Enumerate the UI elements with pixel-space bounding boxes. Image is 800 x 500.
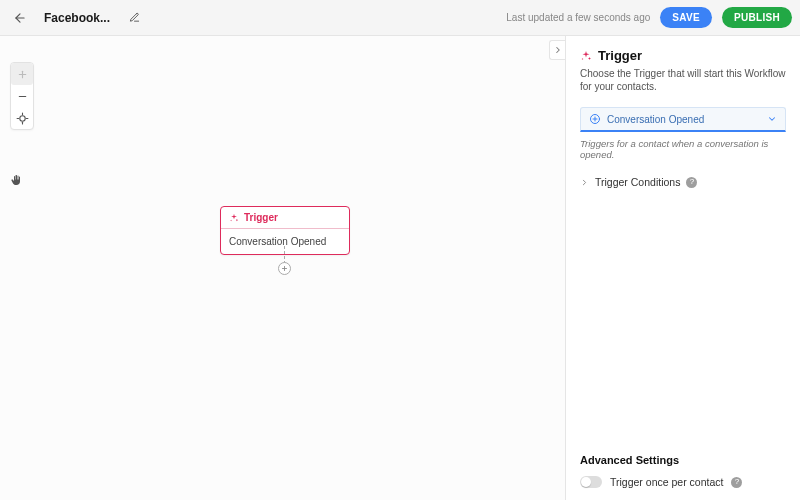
pan-button[interactable] <box>10 174 22 186</box>
header-left: Facebook... <box>8 6 506 30</box>
publish-button[interactable]: PUBLISH <box>722 7 792 28</box>
back-button[interactable] <box>8 6 32 30</box>
help-icon[interactable]: ? <box>731 477 742 488</box>
hand-icon <box>10 174 22 186</box>
zoom-in-button[interactable] <box>11 63 33 85</box>
panel-title: Trigger <box>598 48 642 63</box>
panel-title-row: Trigger <box>580 48 786 63</box>
collapse-panel-button[interactable] <box>549 40 565 60</box>
edit-title-button[interactable] <box>124 8 144 28</box>
zoom-toolbar <box>10 62 34 130</box>
pencil-icon <box>129 12 140 23</box>
fit-view-button[interactable] <box>11 107 33 129</box>
panel-description: Choose the Trigger that will start this … <box>580 67 786 93</box>
trigger-node-subtitle: Conversation Opened <box>221 229 349 254</box>
add-step-button[interactable] <box>278 262 291 275</box>
trigger-conditions-toggle[interactable]: Trigger Conditions ? <box>580 176 786 188</box>
svg-point-4 <box>19 115 24 120</box>
sparkle-icon <box>580 50 592 62</box>
plus-icon <box>17 69 28 80</box>
trigger-select[interactable]: Conversation Opened <box>580 107 786 132</box>
workflow-canvas[interactable]: Trigger Conversation Opened <box>0 36 565 500</box>
plus-icon <box>281 265 288 272</box>
chevron-right-icon <box>553 45 563 55</box>
pan-tool-wrap <box>10 174 22 186</box>
side-panel: Trigger Choose the Trigger that will sta… <box>565 36 800 500</box>
header-right: Last updated a few seconds ago SAVE PUBL… <box>506 7 792 28</box>
trigger-select-hint: Triggers for a contact when a conversati… <box>580 138 786 160</box>
trigger-once-toggle[interactable] <box>580 476 602 488</box>
trigger-node-header: Trigger <box>221 207 349 229</box>
save-button[interactable]: SAVE <box>660 7 712 28</box>
trigger-conditions-label: Trigger Conditions <box>595 176 680 188</box>
chevron-down-icon <box>767 114 777 124</box>
last-updated-text: Last updated a few seconds ago <box>506 12 650 23</box>
plus-circle-icon <box>589 113 601 125</box>
chevron-right-icon <box>580 178 589 187</box>
trigger-once-row: Trigger once per contact ? <box>580 476 786 488</box>
help-icon[interactable]: ? <box>686 177 697 188</box>
trigger-node-title: Trigger <box>244 212 278 223</box>
workflow-title: Facebook... <box>44 11 110 25</box>
app-body: Trigger Conversation Opened Trigger Choo… <box>0 36 800 500</box>
trigger-once-label: Trigger once per contact <box>610 476 723 488</box>
trigger-select-value: Conversation Opened <box>607 114 704 125</box>
crosshair-icon <box>16 112 29 125</box>
minus-icon <box>17 91 28 102</box>
zoom-out-button[interactable] <box>11 85 33 107</box>
app-header: Facebook... Last updated a few seconds a… <box>0 0 800 36</box>
trigger-node[interactable]: Trigger Conversation Opened <box>220 206 350 255</box>
arrow-left-icon <box>13 11 27 25</box>
advanced-settings-title: Advanced Settings <box>580 454 786 466</box>
sparkle-icon <box>229 213 239 223</box>
